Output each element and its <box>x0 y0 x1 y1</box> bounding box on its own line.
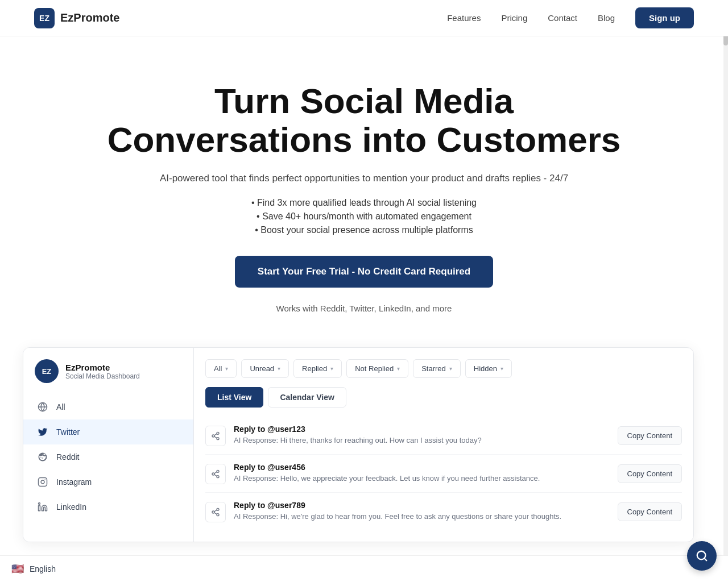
navbar: EZ EzPromote Features Pricing Contact Bl… <box>0 0 728 36</box>
chevron-down-icon: ▾ <box>225 365 228 372</box>
filter-replied[interactable]: Replied ▾ <box>293 359 342 378</box>
sidebar-item-twitter[interactable]: Twitter <box>23 419 193 444</box>
conv-title-1: Reply to @user123 <box>234 425 610 434</box>
nav-blog[interactable]: Blog <box>598 13 615 23</box>
sidebar-item-all[interactable]: All <box>23 394 193 419</box>
share-icon <box>205 426 226 446</box>
copy-content-button-3[interactable]: Copy Content <box>618 502 682 521</box>
twitter-icon <box>37 426 48 438</box>
dashboard-sidebar: EZ EzPromote Social Media Dashboard All <box>23 348 194 542</box>
hero-subtitle: AI-powered tool that finds perfect oppor… <box>91 173 637 184</box>
nav-features[interactable]: Features <box>447 13 481 23</box>
conv-title-3: Reply to @user789 <box>234 501 610 510</box>
conv-text-1: AI Response: Hi there, thanks for reachi… <box>234 435 610 446</box>
svg-rect-5 <box>39 506 40 511</box>
sidebar-brand-info: EzPromote Social Media Dashboard <box>65 363 140 380</box>
conv-title-2: Reply to @user456 <box>234 463 610 472</box>
brand-logo: EZ <box>34 8 55 28</box>
sidebar-instagram-label: Instagram <box>56 477 92 487</box>
conv-body-2: Reply to @user456 AI Response: Hello, we… <box>234 463 610 484</box>
conv-body-1: Reply to @user123 AI Response: Hi there,… <box>234 425 610 446</box>
svg-line-23 <box>704 558 706 560</box>
filter-bar: All ▾ Unread ▾ Replied ▾ Not Replied ▾ S… <box>205 359 682 378</box>
filter-unread[interactable]: Unread ▾ <box>241 359 289 378</box>
nav-pricing[interactable]: Pricing <box>501 13 527 23</box>
conv-body-3: Reply to @user789 AI Response: Hi, we're… <box>234 501 610 522</box>
sidebar-avatar: EZ <box>35 359 59 383</box>
svg-rect-3 <box>39 478 47 487</box>
svg-line-16 <box>214 472 217 474</box>
list-item: Reply to @user456 AI Response: Hello, we… <box>205 455 682 493</box>
svg-line-15 <box>214 475 217 476</box>
chevron-down-icon: ▾ <box>278 365 280 372</box>
dashboard-preview: EZ EzPromote Social Media Dashboard All <box>23 347 694 542</box>
conv-text-2: AI Response: Hello, we appreciate your f… <box>234 473 610 484</box>
svg-line-21 <box>214 510 217 512</box>
hero-bullets: • Find 3x more qualified leads through A… <box>91 198 637 235</box>
share-icon <box>205 464 226 484</box>
brand-name: EzPromote <box>60 11 119 24</box>
chevron-down-icon: ▾ <box>397 365 400 372</box>
sidebar-all-label: All <box>56 402 65 411</box>
list-view-button[interactable]: List View <box>205 387 263 408</box>
search-icon <box>696 550 708 562</box>
bullet-3: • Boost your social presence across mult… <box>91 225 637 235</box>
language-flag: 🇺🇸 <box>11 563 24 575</box>
svg-line-10 <box>214 436 217 438</box>
list-item: Reply to @user123 AI Response: Hi there,… <box>205 417 682 455</box>
copy-content-button-2[interactable]: Copy Content <box>618 464 682 483</box>
sidebar-reddit-label: Reddit <box>56 452 79 462</box>
sidebar-item-reddit[interactable]: Reddit <box>23 444 193 469</box>
conv-text-3: AI Response: Hi, we're glad to hear from… <box>234 512 610 522</box>
reddit-icon <box>37 451 48 463</box>
sidebar-twitter-label: Twitter <box>56 427 80 436</box>
copy-content-button-1[interactable]: Copy Content <box>618 426 682 445</box>
signup-button[interactable]: Sign up <box>635 7 694 28</box>
linkedin-icon <box>37 501 48 513</box>
share-icon <box>205 502 226 522</box>
brand-link[interactable]: EZ EzPromote <box>34 8 119 28</box>
svg-point-6 <box>39 503 40 505</box>
filter-hidden[interactable]: Hidden ▾ <box>465 359 512 378</box>
hero-title: Turn Social Media Conversations into Cus… <box>91 82 637 159</box>
sidebar-brand-name: EzPromote <box>65 363 140 372</box>
scrollbar[interactable] <box>723 0 728 582</box>
chat-bubble-button[interactable] <box>687 541 717 571</box>
language-selector[interactable]: English <box>30 564 56 573</box>
dashboard-inner: EZ EzPromote Social Media Dashboard All <box>23 348 693 542</box>
instagram-icon <box>37 476 48 488</box>
cta-button[interactable]: Start Your Free Trial - No Credit Card R… <box>235 256 493 288</box>
sidebar-subtitle-text: Social Media Dashboard <box>65 372 140 380</box>
conversations-list: Reply to @user123 AI Response: Hi there,… <box>205 417 682 530</box>
calendar-view-button[interactable]: Calendar View <box>268 387 346 408</box>
filter-starred[interactable]: Starred ▾ <box>413 359 461 378</box>
view-toggle: List View Calendar View <box>205 387 682 408</box>
list-item: Reply to @user789 AI Response: Hi, we're… <box>205 493 682 530</box>
hero-section: Turn Social Media Conversations into Cus… <box>80 36 648 336</box>
dashboard-main: All ▾ Unread ▾ Replied ▾ Not Replied ▾ S… <box>194 348 693 542</box>
hero-works-text: Works with Reddit, Twitter, LinkedIn, an… <box>91 304 637 313</box>
sidebar-item-instagram[interactable]: Instagram <box>23 469 193 494</box>
sidebar-header: EZ EzPromote Social Media Dashboard <box>23 359 193 394</box>
nav-links: Features Pricing Contact Blog Sign up <box>447 7 694 28</box>
chevron-down-icon: ▾ <box>500 365 503 372</box>
filter-all[interactable]: All ▾ <box>205 359 237 378</box>
chevron-down-icon: ▾ <box>330 365 333 372</box>
svg-line-11 <box>214 434 217 436</box>
bullet-2: • Save 40+ hours/month with automated en… <box>91 211 637 222</box>
bullet-1: • Find 3x more qualified leads through A… <box>91 198 637 208</box>
sidebar-item-linkedin[interactable]: LinkedIn <box>23 494 193 519</box>
svg-line-20 <box>214 513 217 514</box>
filter-not-replied[interactable]: Not Replied ▾ <box>346 359 408 378</box>
bottom-bar: 🇺🇸 English <box>0 555 728 582</box>
nav-contact[interactable]: Contact <box>548 13 577 23</box>
chevron-down-icon: ▾ <box>449 365 452 372</box>
globe-icon <box>37 401 48 413</box>
sidebar-linkedin-label: LinkedIn <box>56 502 86 512</box>
